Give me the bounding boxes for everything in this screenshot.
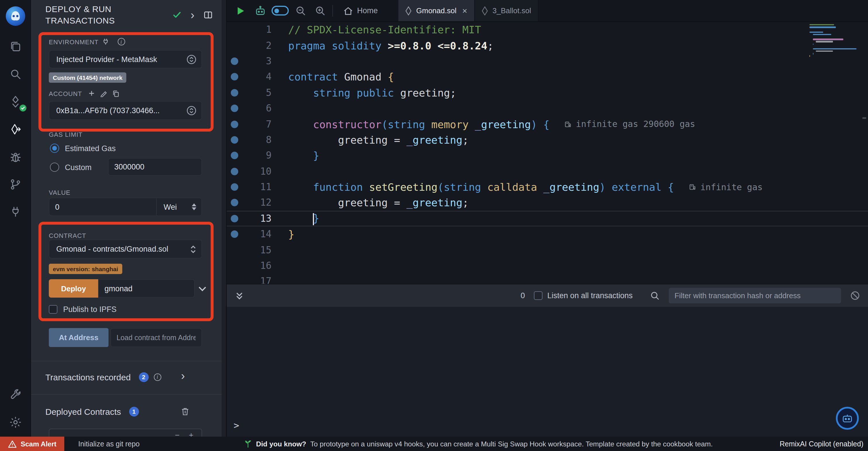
code-lines: 1// SPDX-License-Identifier: MIT2pragma …: [227, 22, 868, 284]
at-address-button[interactable]: At Address: [49, 328, 108, 347]
custom-gas-input[interactable]: [108, 158, 202, 176]
code-editor[interactable]: 1// SPDX-License-Identifier: MIT2pragma …: [227, 22, 868, 284]
account-select[interactable]: 0xB1a...AF67b (7037.30466...: [49, 101, 202, 120]
trash-icon[interactable]: [181, 407, 189, 416]
panel-scrollbar[interactable]: [222, 0, 226, 436]
code-line[interactable]: 14}: [227, 226, 868, 242]
terminal-toolbar: 0 Listen on all transactions: [227, 284, 868, 307]
breakpoint-dot[interactable]: [230, 57, 238, 65]
deploy-argument-input[interactable]: [98, 279, 195, 298]
value-label-text: VALUE: [49, 189, 71, 196]
code-line[interactable]: 5 string public greeting;: [227, 85, 868, 101]
git-icon[interactable]: [0, 175, 31, 194]
breakpoint-dot[interactable]: [230, 231, 238, 238]
breakpoint-dot[interactable]: [230, 89, 238, 96]
publish-to-ipfs-option[interactable]: Publish to IPFS: [49, 303, 117, 315]
code-line[interactable]: 12 greeting = _greeting;: [227, 195, 868, 211]
breakpoint-dot[interactable]: [230, 136, 238, 144]
transactions-expand-chevron[interactable]: ›: [181, 370, 185, 382]
deployed-contracts-row[interactable]: Deployed Contracts 1: [45, 403, 210, 420]
copilot-status[interactable]: RemixAI Copilot (enabled): [780, 440, 863, 448]
breakpoint-dot[interactable]: [230, 167, 238, 175]
breakpoint-dot[interactable]: [230, 73, 238, 81]
settings-icon[interactable]: [0, 413, 31, 432]
solidity-compiler-icon[interactable]: [0, 92, 31, 111]
remixai-assistant-button[interactable]: [836, 407, 859, 430]
minimap[interactable]: [809, 24, 856, 65]
transactions-info-icon[interactable]: i: [154, 373, 161, 380]
breakpoint-dot[interactable]: [230, 199, 238, 206]
listen-all-transactions-option[interactable]: Listen on all transactions: [534, 291, 632, 300]
transactions-recorded-row[interactable]: Transactions recorded 2 i ›: [45, 368, 210, 386]
plugin-manager-icon[interactable]: [0, 202, 31, 222]
run-script-button[interactable]: [232, 3, 249, 19]
code-line[interactable]: 6: [227, 101, 868, 116]
zoom-in-icon[interactable]: [312, 3, 328, 19]
editor-scrollbar-thumb[interactable]: [862, 117, 866, 119]
code-line[interactable]: 8 greeting = _greeting;: [227, 132, 868, 148]
code-line[interactable]: 13 }: [227, 210, 868, 226]
deploy-and-run-icon[interactable]: [0, 119, 31, 139]
code-line[interactable]: 16: [227, 258, 868, 274]
publish-ipfs-checkbox[interactable]: [49, 305, 57, 313]
collapse-panel-chevron[interactable]: ›: [191, 9, 194, 21]
copilot-toggle[interactable]: [272, 6, 289, 16]
scam-alert-button[interactable]: Scam Alert: [0, 436, 65, 451]
tab-home[interactable]: Home: [338, 0, 383, 21]
code-line[interactable]: 10: [227, 164, 868, 179]
sign-message-icon[interactable]: [100, 90, 107, 97]
code-line[interactable]: 1// SPDX-License-Identifier: MIT: [227, 22, 868, 38]
breakpoint-dot[interactable]: [230, 105, 238, 112]
custom-gas-option[interactable]: Custom: [50, 162, 92, 173]
terminal-search-icon[interactable]: [650, 291, 660, 301]
breakpoint-dot[interactable]: [230, 215, 238, 222]
minus-icon[interactable]: −: [175, 430, 179, 436]
tab-gmonad-sol[interactable]: Gmonad.sol ×: [398, 0, 475, 21]
search-icon[interactable]: [0, 64, 31, 84]
copy-address-icon[interactable]: [112, 90, 119, 97]
debugger-icon[interactable]: [0, 147, 31, 167]
code-line[interactable]: 2pragma solidity >=0.8.0 <=0.8.24;: [227, 38, 868, 53]
code-line[interactable]: 7 constructor(string memory _greeting) {…: [227, 116, 868, 132]
tools-icon[interactable]: [0, 385, 31, 404]
environment-selected-value: Injected Provider - MetaMask: [56, 55, 187, 63]
code-line[interactable]: 15: [227, 242, 868, 258]
deploy-expand-chevron[interactable]: [198, 284, 206, 291]
breakpoint-dot[interactable]: [230, 183, 238, 191]
code-line[interactable]: 4contract Gmonad {: [227, 69, 868, 85]
clear-console-icon[interactable]: [850, 291, 860, 301]
environment-info-icon[interactable]: i: [118, 38, 125, 46]
value-input[interactable]: [49, 198, 157, 216]
remix-logo[interactable]: [5, 6, 26, 26]
breakpoint-dot[interactable]: [230, 152, 238, 160]
listen-checkbox[interactable]: [534, 291, 543, 300]
close-icon[interactable]: ×: [462, 6, 467, 15]
environment-select[interactable]: Injected Provider - MetaMask: [49, 50, 202, 68]
at-address-input[interactable]: [110, 328, 202, 347]
git-init-button[interactable]: Initialize as git repo: [79, 440, 140, 448]
custom-gas-radio[interactable]: [50, 163, 59, 172]
create-account-icon[interactable]: [88, 90, 95, 97]
deploy-button[interactable]: Deploy: [49, 279, 98, 298]
deployed-contract-item-partial[interactable]: − +: [49, 429, 202, 436]
pin-panel-icon[interactable]: [203, 10, 213, 20]
remixai-robot-icon[interactable]: [252, 3, 268, 19]
zoom-out-icon[interactable]: [292, 3, 308, 19]
file-explorer-icon[interactable]: [0, 37, 31, 56]
transaction-filter-input[interactable]: [669, 288, 841, 303]
estimated-gas-option[interactable]: Estimated Gas: [50, 142, 116, 154]
code-line[interactable]: 3: [227, 53, 868, 69]
tab-ballot-sol[interactable]: 3_Ballot.sol: [475, 0, 538, 21]
solidity-file-icon: [482, 6, 488, 15]
plus-icon[interactable]: +: [189, 430, 193, 436]
code-line[interactable]: 17: [227, 274, 868, 284]
line-number: 9: [242, 150, 272, 161]
estimated-gas-radio[interactable]: [50, 144, 59, 153]
breakpoint-dot[interactable]: [230, 120, 238, 128]
value-unit-select[interactable]: Wei: [157, 198, 202, 216]
code-line[interactable]: 11 function setGreeting(string calldata …: [227, 179, 868, 195]
code-line[interactable]: 9 }: [227, 148, 868, 164]
terminal[interactable]: >: [227, 307, 868, 436]
contract-select[interactable]: Gmonad - contracts/Gmonad.sol: [49, 239, 202, 258]
expand-terminal-icon[interactable]: [235, 291, 244, 300]
